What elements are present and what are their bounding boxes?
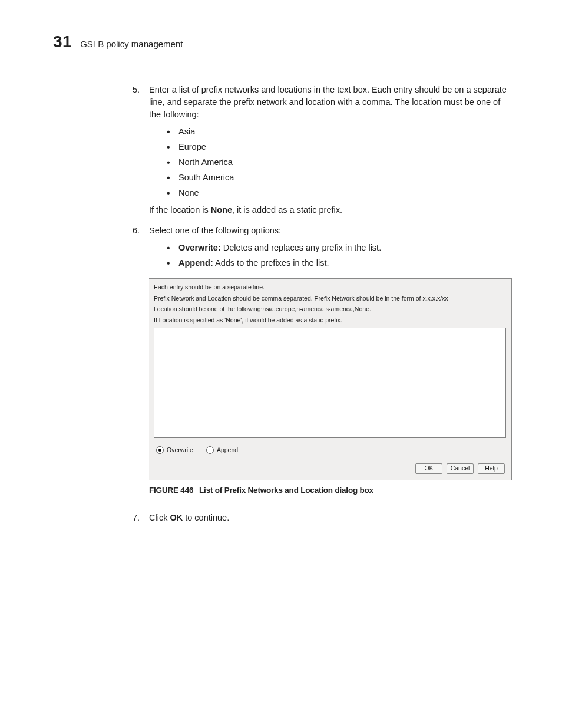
prefix-textarea[interactable]	[154, 328, 506, 438]
list-item: Overwrite: Deletes and replaces any pref…	[166, 242, 512, 254]
content: 5. Enter a list of prefix networks and l…	[133, 84, 512, 524]
radio-unselected-icon	[206, 446, 214, 454]
list-item: Append: Adds to the prefixes in the list…	[166, 257, 512, 269]
page: 31 GSLB policy management 5. Enter a lis…	[0, 0, 562, 524]
overwrite-radio[interactable]: Overwrite	[156, 446, 193, 454]
radio-selected-icon	[156, 446, 164, 454]
option-desc: Deletes and replaces any prefix in the l…	[221, 243, 381, 252]
figure-caption: FIGURE 446 List of Prefix Networks and L…	[149, 485, 512, 496]
dialog-instruction: If Location is specified as 'None', it w…	[154, 317, 506, 325]
text: , it is added as a static prefix.	[232, 205, 342, 215]
step-5: 5. Enter a list of prefix networks and l…	[133, 84, 512, 216]
step-6: 6. Select one of the following options: …	[133, 225, 512, 496]
figure-title: List of Prefix Networks and Location dia…	[199, 486, 373, 495]
step-text: Select one of the following options:	[149, 226, 281, 235]
ok-button[interactable]: OK	[415, 463, 442, 474]
list-item: North America	[166, 156, 512, 169]
list-item: Europe	[166, 141, 512, 153]
step-text: Enter a list of prefix networks and loca…	[149, 85, 507, 119]
figure-label: FIGURE 446	[149, 486, 193, 495]
dialog-instruction: Location should be one of the following:…	[154, 305, 506, 314]
radio-group: Overwrite Append	[156, 446, 504, 454]
step5-tail: If the location is None, it is added as …	[149, 204, 512, 216]
text: to continue.	[183, 513, 229, 522]
text: Click	[149, 513, 170, 522]
step-number: 7.	[133, 512, 140, 524]
dialog-instruction: Each entry should be on a separate line.	[154, 284, 506, 292]
step-number: 5.	[133, 84, 140, 96]
radio-label: Append	[217, 446, 238, 454]
list-item: None	[166, 187, 512, 199]
list-item: South America	[166, 172, 512, 184]
option-desc: Adds to the prefixes in the list.	[213, 258, 329, 268]
help-button[interactable]: Help	[478, 463, 505, 474]
location-list: Asia Europe North America South America …	[166, 126, 512, 199]
dialog-instruction: Prefix Network and Location should be co…	[154, 295, 506, 303]
page-header: 31 GSLB policy management	[53, 32, 512, 55]
chapter-title: GSLB policy management	[80, 39, 183, 49]
options-list: Overwrite: Deletes and replaces any pref…	[166, 242, 512, 269]
list-item: Asia	[166, 126, 512, 138]
append-radio[interactable]: Append	[206, 446, 238, 454]
text-bold: OK	[170, 513, 183, 522]
chapter-number: 31	[53, 32, 72, 51]
cancel-button[interactable]: Cancel	[447, 463, 474, 474]
text: If the location is	[149, 205, 211, 215]
option-label: Overwrite:	[178, 243, 221, 252]
step-7: 7. Click OK to continue.	[133, 512, 512, 524]
option-label: Append:	[178, 258, 213, 268]
radio-label: Overwrite	[167, 446, 193, 454]
text-bold: None	[211, 205, 232, 215]
prefix-dialog: Each entry should be on a separate line.…	[149, 278, 512, 480]
dialog-buttons: OK Cancel Help	[154, 463, 506, 474]
step-number: 6.	[133, 225, 140, 237]
